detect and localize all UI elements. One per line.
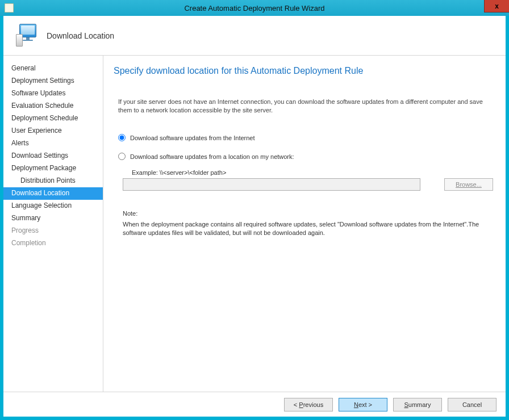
nav-item-general[interactable]: General	[3, 62, 103, 75]
wizard-content: Specify download location for this Autom…	[103, 56, 506, 392]
radio-download-local[interactable]: Download software updates from a locatio…	[118, 153, 495, 160]
content-heading: Specify download location for this Autom…	[114, 66, 495, 76]
radio-download-local-input[interactable]	[118, 153, 126, 160]
nav-item-deployment-package[interactable]: Deployment Package	[3, 162, 103, 175]
page-title: Download Location	[47, 31, 114, 40]
nav-item-summary[interactable]: Summary	[3, 212, 103, 225]
nav-item-completion: Completion	[3, 237, 103, 250]
note-text: When the deployment package contains all…	[123, 220, 492, 237]
nav-item-deployment-settings[interactable]: Deployment Settings	[3, 75, 103, 87]
close-button[interactable]: x	[484, 0, 509, 12]
window-title: Create Automatic Deployment Rule Wizard	[0, 4, 509, 12]
radio-download-internet-label: Download software updates from the Inter…	[130, 135, 255, 141]
previous-button[interactable]: < Previous	[284, 398, 333, 411]
wizard-footer: < Previous Next > Summary Cancel	[3, 392, 506, 417]
close-icon: x	[495, 2, 499, 10]
note-label: Note:	[123, 210, 495, 217]
intro-text: If your site server does not have an Int…	[118, 98, 494, 115]
nav-item-distribution-points[interactable]: Distribution Points	[3, 175, 103, 187]
nav-item-deployment-schedule[interactable]: Deployment Schedule	[3, 112, 103, 125]
computer-icon	[16, 24, 39, 48]
next-button[interactable]: Next >	[339, 398, 387, 411]
window-body: Download Location GeneralDeployment Sett…	[3, 16, 506, 417]
titlebar: Create Automatic Deployment Rule Wizard …	[0, 0, 509, 16]
radio-download-local-label: Download software updates from a locatio…	[130, 153, 294, 160]
wizard-header: Download Location	[3, 16, 506, 56]
wizard-nav-sidebar: GeneralDeployment SettingsSoftware Updat…	[3, 56, 103, 392]
cancel-button[interactable]: Cancel	[448, 398, 497, 411]
radio-download-internet[interactable]: Download software updates from the Inter…	[118, 134, 495, 141]
nav-item-progress: Progress	[3, 225, 103, 237]
nav-item-download-settings[interactable]: Download Settings	[3, 150, 103, 162]
nav-item-user-experience[interactable]: User Experience	[3, 125, 103, 137]
nav-item-download-location[interactable]: Download Location	[3, 187, 103, 200]
example-text: Example: \\<server>\<folder path>	[132, 169, 495, 176]
browse-button: Browse...	[444, 178, 493, 191]
network-path-input	[123, 178, 420, 191]
nav-item-alerts[interactable]: Alerts	[3, 137, 103, 150]
nav-item-software-updates[interactable]: Software Updates	[3, 87, 103, 100]
nav-item-language-selection[interactable]: Language Selection	[3, 200, 103, 212]
radio-download-internet-input[interactable]	[118, 134, 126, 141]
summary-button[interactable]: Summary	[393, 398, 442, 411]
nav-item-evaluation-schedule[interactable]: Evaluation Schedule	[3, 100, 103, 112]
